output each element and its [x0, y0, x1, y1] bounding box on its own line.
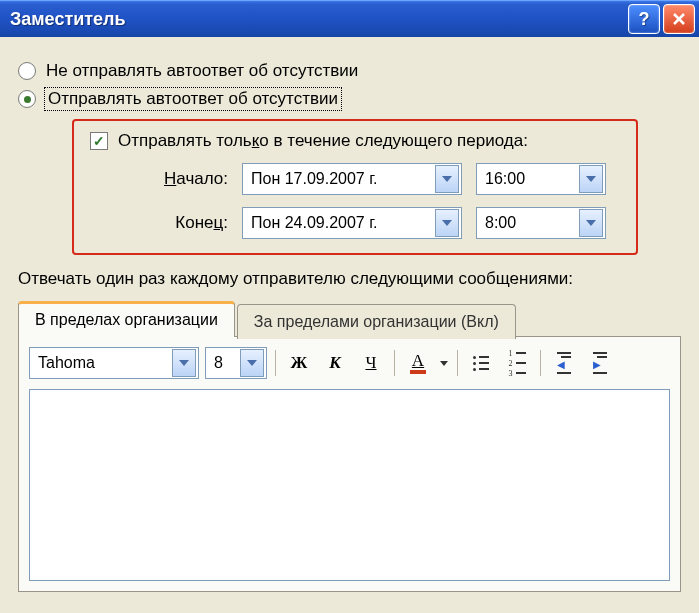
close-button[interactable] — [663, 4, 695, 34]
end-label: Конец: — [118, 213, 228, 233]
svg-marker-4 — [442, 220, 452, 226]
end-time-combo[interactable]: 8:00 — [476, 207, 606, 239]
font-size-value: 8 — [214, 354, 238, 372]
font-color-dropdown[interactable] — [439, 361, 449, 366]
end-time-value: 8:00 — [485, 214, 577, 232]
radio-no-send[interactable]: Не отправлять автоответ об отсутствии — [18, 61, 681, 81]
font-size-combo[interactable]: 8 — [205, 347, 267, 379]
period-checkbox[interactable]: ✓ Отправлять только в течение следующего… — [90, 131, 620, 151]
end-date-value: Пон 24.09.2007 г. — [251, 214, 433, 232]
decrease-indent-button[interactable]: ◀ — [549, 349, 579, 377]
editor-toolbar: Tahoma 8 Ж К Ч А — [29, 347, 670, 379]
font-value: Tahoma — [38, 354, 170, 372]
start-date-combo[interactable]: Пон 17.09.2007 г. — [242, 163, 462, 195]
bullet-list-icon — [473, 356, 489, 371]
svg-marker-8 — [440, 361, 448, 366]
separator — [394, 350, 395, 376]
bold-button[interactable]: Ж — [284, 349, 314, 377]
separator — [457, 350, 458, 376]
radio-send-label: Отправлять автоответ об отсутствии — [46, 89, 340, 109]
svg-marker-7 — [247, 360, 257, 366]
dropdown-icon — [435, 165, 459, 193]
checkbox-icon: ✓ — [90, 132, 108, 150]
dropdown-icon — [579, 209, 603, 237]
tabs: В пределах организации За пределами орга… — [18, 301, 681, 337]
reply-description: Отвечать один раз каждому отправителю сл… — [18, 269, 681, 289]
separator — [275, 350, 276, 376]
help-button[interactable]: ? — [628, 4, 660, 34]
number-list-button[interactable]: 1 2 3 — [502, 349, 532, 377]
svg-marker-5 — [586, 220, 596, 226]
title-bar[interactable]: Заместитель ? — [0, 0, 699, 37]
message-textarea[interactable] — [29, 389, 670, 581]
decrease-indent-icon: ◀ — [557, 352, 571, 374]
underline-button[interactable]: Ч — [356, 349, 386, 377]
dropdown-icon — [240, 349, 264, 377]
end-date-combo[interactable]: Пон 24.09.2007 г. — [242, 207, 462, 239]
radio-send[interactable]: Отправлять автоответ об отсутствии — [18, 89, 681, 109]
period-group: ✓ Отправлять только в течение следующего… — [72, 119, 638, 255]
font-color-icon: А — [410, 352, 426, 374]
tab-outside-org[interactable]: За пределами организации (Вкл) — [237, 304, 516, 339]
start-time-value: 16:00 — [485, 170, 577, 188]
start-date-value: Пон 17.09.2007 г. — [251, 170, 433, 188]
dropdown-icon — [172, 349, 196, 377]
dropdown-icon — [435, 209, 459, 237]
increase-indent-icon: ▶ — [593, 352, 607, 374]
italic-button[interactable]: К — [320, 349, 350, 377]
close-icon — [672, 12, 686, 26]
bullet-list-button[interactable] — [466, 349, 496, 377]
font-combo[interactable]: Tahoma — [29, 347, 199, 379]
radio-icon — [18, 62, 36, 80]
period-checkbox-label: Отправлять только в течение следующего п… — [118, 131, 528, 151]
start-label: Начало: — [118, 169, 228, 189]
dropdown-icon — [579, 165, 603, 193]
svg-marker-6 — [179, 360, 189, 366]
chevron-down-icon — [440, 361, 448, 366]
editor-panel: Tahoma 8 Ж К Ч А — [18, 336, 681, 592]
svg-marker-3 — [586, 176, 596, 182]
font-color-button[interactable]: А — [403, 349, 433, 377]
separator — [540, 350, 541, 376]
tab-inside-org[interactable]: В пределах организации — [18, 301, 235, 337]
increase-indent-button[interactable]: ▶ — [585, 349, 615, 377]
start-time-combo[interactable]: 16:00 — [476, 163, 606, 195]
window-title: Заместитель — [10, 9, 625, 30]
radio-no-send-label: Не отправлять автоответ об отсутствии — [46, 61, 358, 81]
number-list-icon: 1 2 3 — [509, 350, 526, 377]
svg-marker-2 — [442, 176, 452, 182]
radio-icon — [18, 90, 36, 108]
